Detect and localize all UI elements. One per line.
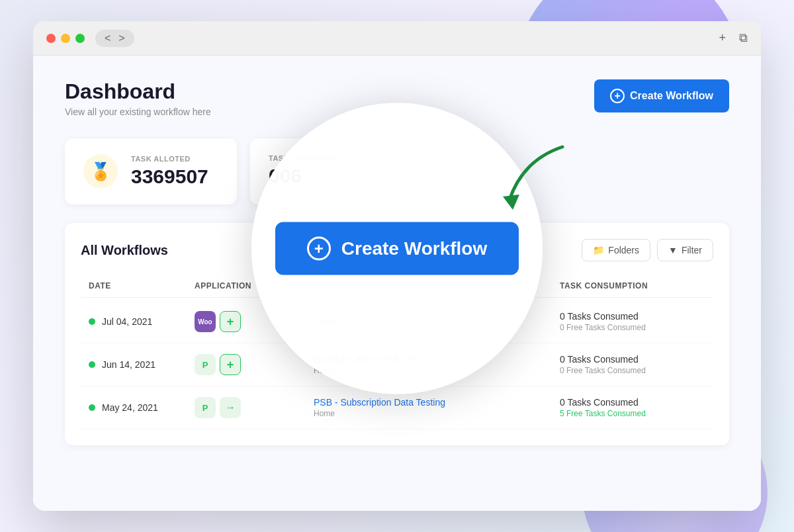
task-info-3: 0 Tasks Consumed 5 Free Tasks Consumed (560, 397, 705, 418)
date-value-1: Jul 04, 2021 (102, 316, 152, 327)
p-icon-2: P (195, 354, 216, 375)
add-app-icon-2[interactable]: + (220, 354, 241, 375)
page-title: Dashboard (65, 79, 211, 104)
app-icons-3: P → (195, 397, 314, 418)
folders-label: Folders (608, 245, 639, 255)
add-app-icon-1[interactable]: + (220, 311, 241, 332)
col-task-consumption: TASK CONSUMPTION (560, 281, 705, 290)
forward-button[interactable]: > (116, 32, 127, 44)
traffic-lights (46, 34, 85, 43)
free-tasks-3: 5 Free Tasks Consumed (560, 409, 705, 418)
new-tab-icon[interactable]: + (719, 31, 726, 45)
plus-circle-icon: + (610, 89, 625, 103)
filter-button[interactable]: ▼ Filter (657, 239, 713, 261)
tasks-consumed-3: 0 Tasks Consumed (560, 397, 705, 408)
arrow-svg (496, 140, 576, 226)
tasks-consumed-2: 0 Tasks Consumed (560, 354, 705, 365)
folders-button[interactable]: 📁 Folders (582, 239, 650, 261)
magnifier-content: + Create Workflow (275, 222, 519, 275)
back-button[interactable]: < (102, 32, 113, 44)
folder-icon: 📁 (593, 245, 604, 255)
filter-label: Filter (682, 245, 702, 255)
free-tasks-1: 0 Free Tasks Consumed (560, 323, 705, 332)
allotted-value: 3369507 (131, 165, 208, 188)
status-dot-1 (89, 318, 95, 325)
magnified-create-workflow-button[interactable]: + Create Workflow (275, 222, 519, 275)
tasks-consumed-1: 0 Tasks Consumed (560, 311, 705, 322)
app-icons-2: P + (195, 354, 314, 375)
browser-actions: + ⧉ (719, 31, 748, 45)
p-icon-3: P (195, 397, 216, 418)
workflow-name-3[interactable]: PSB - Subscription Data Testing (314, 397, 560, 408)
stat-card-allotted: 🏅 TASK ALLOTED 3369507 (65, 138, 237, 204)
arrow-annotation (496, 140, 576, 229)
workflow-folder-3: Home (314, 409, 560, 418)
woocommerce-icon: Woo (195, 311, 216, 332)
page-subtitle: View all your existing workflow here (65, 107, 211, 117)
maximize-button[interactable] (75, 34, 85, 43)
date-value-2: Jun 14, 2021 (102, 359, 155, 370)
duplicate-icon[interactable]: ⧉ (739, 31, 748, 45)
create-workflow-label: Create Workflow (630, 90, 713, 102)
magnified-plus-icon: + (307, 237, 331, 261)
col-date: DATE (89, 281, 195, 290)
svg-marker-0 (503, 195, 519, 210)
date-cell-3: May 24, 2021 (89, 402, 195, 413)
create-workflow-button[interactable]: + Create Workflow (594, 79, 729, 112)
allotted-icon: 🏅 (83, 154, 118, 189)
date-cell-2: Jun 14, 2021 (89, 359, 195, 370)
status-dot-2 (89, 361, 95, 368)
free-tasks-2: 0 Free Tasks Consumed (560, 366, 705, 375)
workflows-title: All Workflows (81, 243, 168, 258)
page-title-section: Dashboard View all your existing workflo… (65, 79, 211, 117)
workflow-info-3: PSB - Subscription Data Testing Home (314, 397, 560, 418)
browser-window: < > + ⧉ Dashboard View all your existing… (33, 21, 761, 511)
minimize-button[interactable] (61, 34, 70, 43)
task-info-1: 0 Tasks Consumed 0 Free Tasks Consumed (560, 311, 705, 332)
filter-icon: ▼ (668, 245, 678, 255)
date-value-3: May 24, 2021 (102, 402, 158, 413)
arrow-icon-3: → (220, 397, 241, 418)
allotted-info: TASK ALLOTED 3369507 (131, 155, 208, 188)
magnified-button-label: Create Workflow (341, 238, 487, 259)
close-button[interactable] (46, 34, 56, 43)
navigation-buttons: < > (95, 30, 134, 47)
task-info-2: 0 Tasks Consumed 0 Free Tasks Consumed (560, 354, 705, 375)
status-dot-3 (89, 404, 95, 411)
allotted-label: TASK ALLOTED (131, 155, 208, 163)
date-cell-1: Jul 04, 2021 (89, 316, 195, 327)
browser-chrome: < > + ⧉ (33, 21, 761, 56)
workflows-actions: 📁 Folders ▼ Filter (582, 239, 713, 261)
